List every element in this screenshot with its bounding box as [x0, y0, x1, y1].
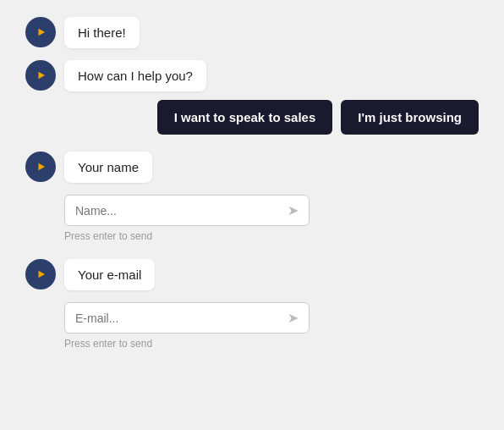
bubble-text-2: How can I help you?	[78, 69, 193, 83]
bubble-hi-there: Hi there!	[64, 17, 140, 48]
action-buttons-row: I want to speak to sales I'm just browsi…	[25, 100, 479, 135]
chat-row-1: Hi there!	[25, 17, 479, 48]
bot-avatar-3	[25, 152, 56, 182]
bubble-your-email: Your e-mail	[64, 259, 155, 290]
bubble-text-name: Your name	[78, 160, 139, 174]
name-input-section: ➤	[64, 195, 479, 226]
name-send-icon[interactable]: ➤	[288, 202, 299, 218]
chat-row-email: Your e-mail	[25, 259, 479, 290]
name-input[interactable]	[75, 204, 288, 218]
email-send-icon[interactable]: ➤	[288, 310, 299, 326]
name-input-wrapper: ➤	[64, 195, 310, 226]
chat-row-2: How can I help you?	[25, 60, 479, 91]
bubble-text-1: Hi there!	[78, 25, 126, 40]
email-hint: Press enter to send	[64, 338, 479, 350]
email-input[interactable]	[75, 311, 288, 325]
name-hint: Press enter to send	[64, 230, 479, 242]
bubble-help: How can I help you?	[64, 60, 206, 91]
bubble-text-email: Your e-mail	[78, 267, 141, 282]
email-input-wrapper: ➤	[64, 302, 310, 334]
bot-avatar-2	[25, 60, 56, 91]
email-input-section: ➤	[64, 302, 479, 334]
bot-avatar-1	[25, 17, 56, 47]
bot-avatar-4	[25, 259, 56, 289]
just-browsing-button[interactable]: I'm just browsing	[341, 100, 479, 135]
chat-row-name: Your name	[25, 152, 479, 183]
speak-to-sales-button[interactable]: I want to speak to sales	[157, 100, 333, 135]
bubble-your-name: Your name	[64, 152, 152, 183]
